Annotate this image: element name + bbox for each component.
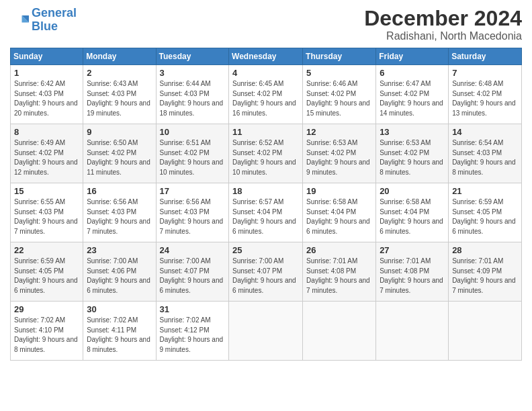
day-number: 11 (232, 127, 299, 137)
day-info: Sunrise: 6:55 AMSunset: 4:03 PMDaylight:… (14, 198, 78, 235)
month-title: December 2024 (364, 7, 522, 30)
day-number: 23 (87, 245, 152, 255)
table-row: 19 Sunrise: 6:58 AMSunset: 4:04 PMDaylig… (303, 183, 376, 242)
col-saturday: Saturday (449, 48, 522, 65)
table-row: 3 Sunrise: 6:44 AMSunset: 4:03 PMDayligh… (156, 65, 229, 124)
col-sunday: Sunday (11, 48, 83, 65)
day-number: 22 (14, 245, 79, 255)
table-row: 22 Sunrise: 6:59 AMSunset: 4:05 PMDaylig… (11, 242, 83, 302)
table-row: 6 Sunrise: 6:47 AMSunset: 4:02 PMDayligh… (376, 65, 449, 124)
col-wednesday: Wednesday (229, 48, 303, 65)
day-number: 18 (232, 186, 299, 196)
day-number: 28 (452, 245, 518, 255)
day-number: 19 (306, 186, 372, 196)
table-row: 10 Sunrise: 6:51 AMSunset: 4:02 PMDaylig… (156, 124, 229, 183)
table-row: 4 Sunrise: 6:45 AMSunset: 4:02 PMDayligh… (229, 65, 303, 124)
day-info: Sunrise: 7:00 AMSunset: 4:07 PMDaylight:… (160, 257, 224, 294)
day-info: Sunrise: 6:56 AMSunset: 4:03 PMDaylight:… (160, 198, 224, 235)
location: Radishani, North Macedonia (364, 30, 522, 42)
day-number: 25 (232, 245, 299, 255)
table-row: 9 Sunrise: 6:50 AMSunset: 4:02 PMDayligh… (83, 124, 156, 183)
day-number: 3 (160, 68, 226, 78)
day-number: 30 (87, 304, 152, 314)
table-row: 1 Sunrise: 6:42 AMSunset: 4:03 PMDayligh… (11, 65, 83, 124)
day-info: Sunrise: 6:59 AMSunset: 4:05 PMDaylight:… (14, 257, 78, 294)
table-row: 29 Sunrise: 7:02 AMSunset: 4:10 PMDaylig… (11, 302, 83, 361)
day-number: 27 (380, 245, 445, 255)
table-row (303, 302, 376, 361)
day-info: Sunrise: 7:02 AMSunset: 4:12 PMDaylight:… (160, 316, 224, 353)
table-row (376, 302, 449, 361)
day-number: 8 (14, 127, 79, 137)
day-info: Sunrise: 6:50 AMSunset: 4:02 PMDaylight:… (87, 139, 150, 176)
logo-icon (10, 11, 29, 30)
logo-blue: Blue (32, 19, 58, 33)
day-info: Sunrise: 6:53 AMSunset: 4:02 PMDaylight:… (380, 139, 443, 176)
day-info: Sunrise: 6:58 AMSunset: 4:04 PMDaylight:… (306, 198, 370, 235)
day-info: Sunrise: 7:01 AMSunset: 4:09 PMDaylight:… (452, 257, 516, 294)
day-info: Sunrise: 6:52 AMSunset: 4:02 PMDaylight:… (232, 139, 296, 176)
logo-text: General Blue (32, 7, 77, 34)
day-number: 15 (14, 186, 79, 196)
day-info: Sunrise: 6:44 AMSunset: 4:03 PMDaylight:… (160, 80, 224, 117)
day-info: Sunrise: 7:02 AMSunset: 4:11 PMDaylight:… (87, 316, 150, 353)
day-number: 20 (380, 186, 445, 196)
table-row: 24 Sunrise: 7:00 AMSunset: 4:07 PMDaylig… (156, 242, 229, 302)
day-info: Sunrise: 6:59 AMSunset: 4:05 PMDaylight:… (452, 198, 516, 235)
day-number: 14 (452, 127, 518, 137)
day-number: 29 (14, 304, 79, 314)
day-number: 17 (160, 186, 226, 196)
logo: General Blue (10, 7, 77, 34)
table-row: 28 Sunrise: 7:01 AMSunset: 4:09 PMDaylig… (449, 242, 522, 302)
col-monday: Monday (83, 48, 156, 65)
day-number: 12 (306, 127, 372, 137)
table-row: 14 Sunrise: 6:54 AMSunset: 4:03 PMDaylig… (449, 124, 522, 183)
day-number: 6 (380, 68, 445, 78)
day-info: Sunrise: 6:57 AMSunset: 4:04 PMDaylight:… (232, 198, 296, 235)
table-row: 7 Sunrise: 6:48 AMSunset: 4:02 PMDayligh… (449, 65, 522, 124)
day-info: Sunrise: 6:54 AMSunset: 4:03 PMDaylight:… (452, 139, 516, 176)
col-tuesday: Tuesday (156, 48, 229, 65)
day-info: Sunrise: 7:01 AMSunset: 4:08 PMDaylight:… (380, 257, 443, 294)
table-row: 16 Sunrise: 6:56 AMSunset: 4:03 PMDaylig… (83, 183, 156, 242)
calendar-table: Sunday Monday Tuesday Wednesday Thursday… (10, 48, 522, 361)
table-row: 26 Sunrise: 7:01 AMSunset: 4:08 PMDaylig… (303, 242, 376, 302)
day-info: Sunrise: 6:45 AMSunset: 4:02 PMDaylight:… (232, 80, 296, 117)
day-info: Sunrise: 7:02 AMSunset: 4:10 PMDaylight:… (14, 316, 78, 353)
col-thursday: Thursday (303, 48, 376, 65)
calendar-week-row: 29 Sunrise: 7:02 AMSunset: 4:10 PMDaylig… (11, 302, 522, 361)
day-info: Sunrise: 6:42 AMSunset: 4:03 PMDaylight:… (14, 80, 78, 117)
logo-general: General (32, 6, 77, 19)
col-friday: Friday (376, 48, 449, 65)
page-header: General Blue December 2024 Radishani, No… (10, 7, 522, 42)
day-number: 4 (232, 68, 299, 78)
table-row: 15 Sunrise: 6:55 AMSunset: 4:03 PMDaylig… (11, 183, 83, 242)
table-row: 8 Sunrise: 6:49 AMSunset: 4:02 PMDayligh… (11, 124, 83, 183)
day-info: Sunrise: 7:00 AMSunset: 4:07 PMDaylight:… (232, 257, 296, 294)
day-info: Sunrise: 7:00 AMSunset: 4:06 PMDaylight:… (87, 257, 150, 294)
table-row: 30 Sunrise: 7:02 AMSunset: 4:11 PMDaylig… (83, 302, 156, 361)
table-row (229, 302, 303, 361)
table-row: 23 Sunrise: 7:00 AMSunset: 4:06 PMDaylig… (83, 242, 156, 302)
day-info: Sunrise: 6:47 AMSunset: 4:02 PMDaylight:… (380, 80, 443, 117)
day-info: Sunrise: 6:56 AMSunset: 4:03 PMDaylight:… (87, 198, 150, 235)
table-row: 12 Sunrise: 6:53 AMSunset: 4:02 PMDaylig… (303, 124, 376, 183)
day-number: 26 (306, 245, 372, 255)
calendar-header-row: Sunday Monday Tuesday Wednesday Thursday… (11, 48, 522, 65)
table-row: 20 Sunrise: 6:58 AMSunset: 4:04 PMDaylig… (376, 183, 449, 242)
table-row: 11 Sunrise: 6:52 AMSunset: 4:02 PMDaylig… (229, 124, 303, 183)
day-info: Sunrise: 6:51 AMSunset: 4:02 PMDaylight:… (160, 139, 224, 176)
table-row: 5 Sunrise: 6:46 AMSunset: 4:02 PMDayligh… (303, 65, 376, 124)
calendar-week-row: 1 Sunrise: 6:42 AMSunset: 4:03 PMDayligh… (11, 65, 522, 124)
day-number: 21 (452, 186, 518, 196)
table-row: 27 Sunrise: 7:01 AMSunset: 4:08 PMDaylig… (376, 242, 449, 302)
table-row: 25 Sunrise: 7:00 AMSunset: 4:07 PMDaylig… (229, 242, 303, 302)
calendar-week-row: 15 Sunrise: 6:55 AMSunset: 4:03 PMDaylig… (11, 183, 522, 242)
day-info: Sunrise: 6:53 AMSunset: 4:02 PMDaylight:… (306, 139, 370, 176)
calendar-week-row: 8 Sunrise: 6:49 AMSunset: 4:02 PMDayligh… (11, 124, 522, 183)
day-info: Sunrise: 7:01 AMSunset: 4:08 PMDaylight:… (306, 257, 370, 294)
day-number: 1 (14, 68, 79, 78)
day-number: 7 (452, 68, 518, 78)
day-number: 13 (380, 127, 445, 137)
day-info: Sunrise: 6:49 AMSunset: 4:02 PMDaylight:… (14, 139, 78, 176)
